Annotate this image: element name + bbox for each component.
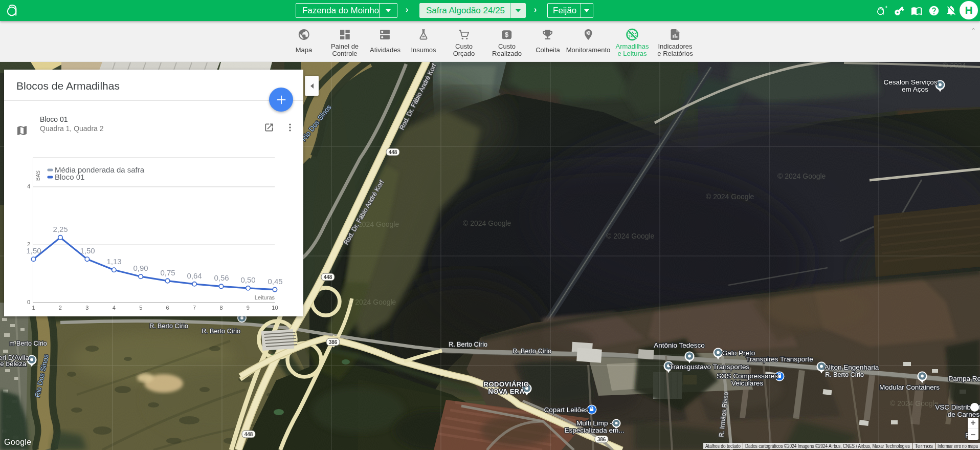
svg-text:2,25: 2,25 <box>53 225 68 233</box>
svg-text:0,64: 0,64 <box>187 271 202 280</box>
svg-text:1,50: 1,50 <box>26 246 41 255</box>
svg-text:em Aços: em Aços <box>902 85 928 93</box>
svg-text:Bloco 01: Bloco 01 <box>55 173 84 181</box>
svg-text:386: 386 <box>597 437 606 442</box>
svg-text:Veiculares: Veiculares <box>731 379 764 387</box>
svg-text:R. Berto Círio: R. Berto Círio <box>449 341 487 348</box>
svg-text:Leituras: Leituras <box>255 294 275 301</box>
svg-text:Transgustavo Transportes: Transgustavo Transportes <box>670 363 750 371</box>
svg-text:1: 1 <box>32 305 35 311</box>
svg-text:© 2024 Google: © 2024 Google <box>777 172 826 180</box>
svg-text:5: 5 <box>139 305 142 311</box>
svg-text:Atalhos do teclado: Atalhos do teclado <box>705 443 741 449</box>
svg-text:de Carnes: de Carnes <box>948 411 980 418</box>
svg-text:© 2024 Google: © 2024 Google <box>890 399 939 408</box>
svg-text:de beleza: de beleza <box>0 360 27 368</box>
svg-text:2024 Google: 2024 Google <box>358 220 399 228</box>
svg-text:NOVA ERA: NOVA ERA <box>488 388 524 395</box>
svg-text:9: 9 <box>247 305 250 311</box>
svg-text:© 2024 Google: © 2024 Google <box>348 298 396 306</box>
svg-text:0,90: 0,90 <box>133 264 148 272</box>
svg-text:0,56: 0,56 <box>214 273 229 282</box>
svg-text:© 2024 Google: © 2024 Google <box>606 232 655 240</box>
svg-text:Cesalon Serviços: Cesalon Serviços <box>883 78 937 86</box>
svg-text:7: 7 <box>193 305 196 311</box>
svg-text:m Berto Círio: m Berto Círio <box>9 340 47 347</box>
svg-text:8: 8 <box>219 305 222 311</box>
svg-text:Informar erro no mapa: Informar erro no mapa <box>938 443 978 449</box>
svg-text:3: 3 <box>85 305 88 311</box>
svg-text:BAS: BAS <box>35 170 41 181</box>
svg-text:RODOVIÁRIO: RODOVIÁRIO <box>484 380 529 388</box>
svg-text:2: 2 <box>59 305 62 311</box>
svg-text:Especializada em...: Especializada em... <box>564 426 624 434</box>
svg-text:10: 10 <box>272 305 278 311</box>
svg-text:$: $ <box>505 31 509 38</box>
svg-text:0,75: 0,75 <box>160 268 175 277</box>
svg-text:R. Berto Círio: R. Berto Círio <box>202 328 240 335</box>
svg-text:© 2024 Google: © 2024 Google <box>706 192 754 201</box>
svg-text:R. Berto Círio: R. Berto Círio <box>825 371 864 378</box>
svg-text:© 2024 Google: © 2024 Google <box>463 219 511 227</box>
svg-text:Copart Leilões: Copart Leilões <box>544 406 588 414</box>
svg-text:386: 386 <box>329 339 338 345</box>
svg-text:0,45: 0,45 <box>268 277 282 286</box>
svg-text:0: 0 <box>27 299 30 305</box>
svg-text:Multi Limp -: Multi Limp - <box>576 419 612 427</box>
svg-text:448: 448 <box>324 274 332 280</box>
svg-text:Dados cartográficos ©2024 Imag: Dados cartográficos ©2024 Imagens ©2024 … <box>745 443 910 449</box>
svg-text:1,13: 1,13 <box>106 257 121 266</box>
svg-text:Aliton Engenharia: Aliton Engenharia <box>825 363 879 371</box>
svg-text:SOS Compressores: SOS Compressores <box>717 372 778 380</box>
svg-text:R. Berto Círio: R. Berto Círio <box>513 348 551 355</box>
svg-text:0,50: 0,50 <box>240 275 255 284</box>
svg-text:Termos: Termos <box>915 443 933 449</box>
svg-text:Antônio Tedesco: Antônio Tedesco <box>654 341 705 349</box>
svg-text:R. Berto Círio: R. Berto Círio <box>149 323 188 330</box>
svg-text:448: 448 <box>244 432 253 437</box>
svg-text:Transpires Transporte: Transpires Transporte <box>746 355 813 363</box>
svg-text:Pampa Req: Pampa Req <box>948 375 980 382</box>
svg-text:Modular Containers: Modular Containers <box>879 383 940 391</box>
svg-text:© 2024: © 2024 <box>943 62 966 70</box>
svg-text:4: 4 <box>113 305 116 311</box>
svg-text:4: 4 <box>27 183 30 189</box>
svg-text:1,50: 1,50 <box>80 246 95 255</box>
svg-text:6: 6 <box>166 305 169 311</box>
svg-text:448: 448 <box>389 149 397 155</box>
